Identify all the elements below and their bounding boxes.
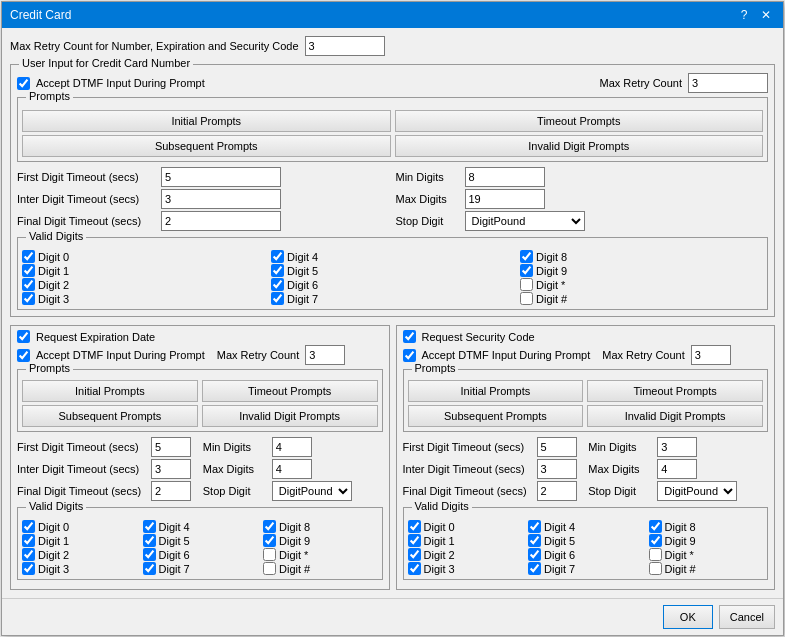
sec-prompts-label: Prompts: [412, 362, 459, 374]
sec-digit-8-cb[interactable]: [649, 520, 662, 533]
sec-digit-9-cb[interactable]: [649, 534, 662, 547]
ccn-digit-4-cb[interactable]: [271, 250, 284, 263]
ccn-digit-star-cb[interactable]: [520, 278, 533, 291]
sec-timeout-prompts-btn[interactable]: Timeout Prompts: [587, 380, 763, 402]
exp-digit-8-cb[interactable]: [263, 520, 276, 533]
sec-digit-7-cb[interactable]: [528, 562, 541, 575]
sec-invalid-digit-prompts-btn[interactable]: Invalid Digit Prompts: [587, 405, 763, 427]
ccn-accept-dtmf-checkbox[interactable]: [17, 77, 30, 90]
ccn-max-retry-label: Max Retry Count: [599, 77, 682, 89]
sec-max-digits-row: Max Digits: [588, 459, 768, 479]
max-retry-input[interactable]: [305, 36, 385, 56]
title-bar: Credit Card ? ✕: [2, 2, 783, 28]
sec-digit-0-cb[interactable]: [408, 520, 421, 533]
sec-digit-1-cb[interactable]: [408, 534, 421, 547]
sec-initial-prompts-btn[interactable]: Initial Prompts: [408, 380, 584, 402]
ccn-digits-grid: Digit 0 Digit 4 Digit 8 Digit 1 Digit 5 …: [22, 250, 763, 305]
ccn-digit-9-cb[interactable]: [520, 264, 533, 277]
ccn-digit-hash: Digit #: [520, 292, 763, 305]
sec-digit-6-cb[interactable]: [528, 548, 541, 561]
ccn-digit-2-cb[interactable]: [22, 278, 35, 291]
sec-stop-digit-row: Stop Digit DigitPound DigitStar None: [588, 481, 768, 501]
exp-request-label: Request Expiration Date: [36, 331, 155, 343]
sec-inter-digit-input[interactable]: [537, 459, 577, 479]
exp-subsequent-prompts-btn[interactable]: Subsequent Prompts: [22, 405, 198, 427]
ccn-digit-1: Digit 1: [22, 264, 265, 277]
exp-inter-digit-row: Inter Digit Timeout (secs): [17, 459, 197, 479]
exp-invalid-digit-prompts-btn[interactable]: Invalid Digit Prompts: [202, 405, 378, 427]
ccn-subsequent-prompts-btn[interactable]: Subsequent Prompts: [22, 135, 391, 157]
exp-digit-2-cb[interactable]: [22, 548, 35, 561]
sec-subsequent-prompts-btn[interactable]: Subsequent Prompts: [408, 405, 584, 427]
ccn-max-retry-input[interactable]: [688, 73, 768, 93]
exp-digit-hash-cb[interactable]: [263, 562, 276, 575]
exp-final-digit-input[interactable]: [151, 481, 191, 501]
ccn-digit-hash-cb[interactable]: [520, 292, 533, 305]
sec-digit-2-cb[interactable]: [408, 548, 421, 561]
sec-first-digit-input[interactable]: [537, 437, 577, 457]
ccn-invalid-digit-prompts-btn[interactable]: Invalid Digit Prompts: [395, 135, 764, 157]
exp-max-retry-input[interactable]: [305, 345, 345, 365]
exp-digit-1-cb[interactable]: [22, 534, 35, 547]
ccn-max-digits-input[interactable]: [465, 189, 545, 209]
sec-accept-dtmf-checkbox[interactable]: [403, 349, 416, 362]
sec-min-digits-input[interactable]: [657, 437, 697, 457]
exp-initial-prompts-btn[interactable]: Initial Prompts: [22, 380, 198, 402]
exp-digit-4-cb[interactable]: [143, 520, 156, 533]
exp-request-checkbox[interactable]: [17, 330, 30, 343]
sec-digit-5-cb[interactable]: [528, 534, 541, 547]
ccn-timeout-prompts-btn[interactable]: Timeout Prompts: [395, 110, 764, 132]
sec-max-digits-label: Max Digits: [588, 463, 653, 475]
sec-max-retry-input[interactable]: [691, 345, 731, 365]
exp-digit-7-cb[interactable]: [143, 562, 156, 575]
sec-request-checkbox[interactable]: [403, 330, 416, 343]
exp-digit-3-cb[interactable]: [22, 562, 35, 575]
ccn-digit-7-cb[interactable]: [271, 292, 284, 305]
sec-digit-4-cb[interactable]: [528, 520, 541, 533]
ccn-digit-6-cb[interactable]: [271, 278, 284, 291]
cancel-button[interactable]: Cancel: [719, 605, 775, 629]
close-button[interactable]: ✕: [757, 6, 775, 24]
ccn-inter-digit-label: Inter Digit Timeout (secs): [17, 193, 157, 205]
exp-stop-digit-select[interactable]: DigitPound DigitStar None: [272, 481, 352, 501]
exp-accept-dtmf-label: Accept DTMF Input During Prompt: [36, 349, 205, 361]
exp-digit-star-cb[interactable]: [263, 548, 276, 561]
ccn-final-digit-input[interactable]: [161, 211, 281, 231]
exp-digit-5-cb[interactable]: [143, 534, 156, 547]
exp-max-digits-input[interactable]: [272, 459, 312, 479]
exp-inter-digit-input[interactable]: [151, 459, 191, 479]
sec-digit-hash-cb[interactable]: [649, 562, 662, 575]
exp-request-row: Request Expiration Date: [17, 330, 383, 343]
sec-max-digits-input[interactable]: [657, 459, 697, 479]
ccn-accept-dtmf-row: Accept DTMF Input During Prompt Max Retr…: [17, 73, 768, 93]
sec-stop-digit-select[interactable]: DigitPound DigitStar None: [657, 481, 737, 501]
exp-prompts-row2: Subsequent Prompts Invalid Digit Prompts: [22, 405, 378, 427]
ccn-digit-0-cb[interactable]: [22, 250, 35, 263]
sec-inter-digit-label: Inter Digit Timeout (secs): [403, 463, 533, 475]
exp-digit-9-cb[interactable]: [263, 534, 276, 547]
ccn-digit-3-cb[interactable]: [22, 292, 35, 305]
credit-card-section-label: User Input for Credit Card Number: [19, 57, 193, 69]
ccn-digit-1-cb[interactable]: [22, 264, 35, 277]
ccn-min-digits-input[interactable]: [465, 167, 545, 187]
exp-first-digit-input[interactable]: [151, 437, 191, 457]
ccn-first-digit-input[interactable]: [161, 167, 281, 187]
exp-digit-0-cb[interactable]: [22, 520, 35, 533]
sec-digit-3-cb[interactable]: [408, 562, 421, 575]
exp-min-digits-row: Min Digits: [203, 437, 383, 457]
ok-button[interactable]: OK: [663, 605, 713, 629]
exp-timeout-prompts-btn[interactable]: Timeout Prompts: [202, 380, 378, 402]
sec-final-digit-row: Final Digit Timeout (secs): [403, 481, 583, 501]
exp-accept-dtmf-checkbox[interactable]: [17, 349, 30, 362]
sec-final-digit-input[interactable]: [537, 481, 577, 501]
exp-max-digits-label: Max Digits: [203, 463, 268, 475]
ccn-digit-8-cb[interactable]: [520, 250, 533, 263]
exp-digit-6-cb[interactable]: [143, 548, 156, 561]
ccn-stop-digit-select[interactable]: DigitPound DigitStar None: [465, 211, 585, 231]
sec-digit-star-cb[interactable]: [649, 548, 662, 561]
exp-min-digits-input[interactable]: [272, 437, 312, 457]
help-button[interactable]: ?: [735, 6, 753, 24]
ccn-initial-prompts-btn[interactable]: Initial Prompts: [22, 110, 391, 132]
ccn-inter-digit-input[interactable]: [161, 189, 281, 209]
ccn-digit-5-cb[interactable]: [271, 264, 284, 277]
